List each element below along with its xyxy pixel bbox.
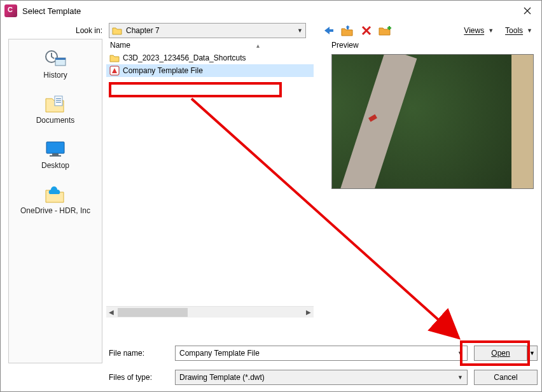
views-label: Views <box>464 26 484 35</box>
list-header[interactable]: Name ▴ <box>106 39 314 52</box>
body: History Documents <box>1 39 541 363</box>
close-icon <box>524 7 531 15</box>
filename-combo[interactable]: Company Template File ▼ <box>175 346 468 361</box>
svg-rect-4 <box>56 98 61 99</box>
onedrive-icon <box>44 184 67 204</box>
scroll-left-icon[interactable]: ◀ <box>106 309 116 316</box>
file-list-pane: Name ▴ C3D_2023_123456_Data_Shortcuts Co… <box>106 39 314 363</box>
place-history-label: History <box>43 71 67 80</box>
desktop-icon <box>44 139 67 159</box>
chevron-down-icon: ▼ <box>457 350 463 356</box>
folder-icon <box>109 53 120 63</box>
svg-rect-9 <box>50 155 61 157</box>
open-button[interactable]: Open <box>474 346 527 361</box>
up-button[interactable] <box>340 24 354 37</box>
folder-new-icon <box>379 25 393 36</box>
item-name: C3D_2023_123456_Data_Shortcuts <box>123 53 246 62</box>
window-title: Select Template <box>22 6 513 16</box>
preview-pane: Preview <box>317 39 534 363</box>
preview-label: Preview <box>331 39 534 52</box>
list-item[interactable]: C3D_2023_123456_Data_Shortcuts <box>106 52 314 64</box>
filetype-label: Files of type: <box>109 373 175 382</box>
file-list[interactable]: C3D_2023_123456_Data_Shortcuts Company T… <box>106 52 314 306</box>
dwt-file-icon <box>109 66 120 76</box>
places-bar: History Documents <box>8 39 102 363</box>
lookin-label: Look in: <box>1 26 109 35</box>
sort-indicator-icon: ▴ <box>202 42 314 49</box>
history-icon <box>44 48 67 69</box>
lookin-value: Chapter 7 <box>126 26 160 35</box>
place-desktop[interactable]: Desktop <box>9 134 102 179</box>
views-menu[interactable]: Views ▼ <box>464 26 494 35</box>
preview-image <box>331 54 534 189</box>
cancel-label: Cancel <box>494 373 517 382</box>
filetype-combo[interactable]: Drawing Template (*.dwt) ▼ <box>175 370 468 385</box>
delete-button[interactable] <box>359 24 373 37</box>
scroll-thumb[interactable] <box>118 308 188 317</box>
col-name[interactable]: Name <box>106 41 202 50</box>
svg-rect-7 <box>46 142 64 153</box>
app-icon <box>4 4 17 17</box>
title-bar: Select Template <box>1 1 541 21</box>
chevron-down-icon: ▼ <box>527 27 532 34</box>
svg-rect-8 <box>52 153 59 155</box>
scroll-right-icon[interactable]: ▶ <box>303 309 314 316</box>
filetype-row: Files of type: Drawing Template (*.dwt) … <box>109 370 538 385</box>
folder-up-icon <box>341 25 354 36</box>
filename-row: File name: Company Template File ▼ Open … <box>109 346 538 361</box>
place-desktop-label: Desktop <box>41 161 69 170</box>
place-documents[interactable]: Documents <box>9 88 102 134</box>
cancel-button[interactable]: Cancel <box>474 370 538 385</box>
svg-rect-6 <box>56 102 61 103</box>
bottom-form: File name: Company Template File ▼ Open … <box>109 346 538 385</box>
documents-icon <box>44 94 67 114</box>
filename-label: File name: <box>109 349 175 358</box>
toolbar: Look in: Chapter 7 ▼ Views <box>1 21 541 39</box>
place-history[interactable]: History <box>9 43 102 88</box>
nav-tools <box>321 24 393 37</box>
lookin-combo[interactable]: Chapter 7 ▼ <box>109 23 306 38</box>
place-documents-label: Documents <box>36 116 75 125</box>
list-item-selected[interactable]: Company Template File <box>106 64 314 77</box>
folder-icon <box>112 26 122 35</box>
new-folder-button[interactable] <box>379 24 393 37</box>
chevron-down-icon: ▼ <box>457 374 463 381</box>
item-name: Company Template File <box>123 66 203 75</box>
tools-label: Tools <box>505 26 523 35</box>
svg-rect-2 <box>55 58 66 60</box>
open-button-group: Open ▼ <box>474 346 538 361</box>
chevron-down-icon: ▼ <box>488 27 494 34</box>
close-button[interactable] <box>513 1 541 21</box>
filename-value: Company Template File <box>179 349 260 358</box>
hscrollbar[interactable]: ◀ ▶ <box>106 306 314 318</box>
open-dropdown[interactable]: ▼ <box>527 346 538 361</box>
chevron-down-icon: ▼ <box>297 27 303 34</box>
menu-bar: Views ▼ Tools ▼ <box>464 26 532 35</box>
arrow-left-icon <box>322 25 335 36</box>
place-onedrive[interactable]: OneDrive - HDR, Inc <box>9 179 102 224</box>
place-onedrive-label: OneDrive - HDR, Inc <box>20 206 90 215</box>
back-button[interactable] <box>321 24 335 37</box>
cancel-button-group: Cancel <box>474 370 538 385</box>
x-red-icon <box>361 25 372 36</box>
open-label: Open <box>491 349 510 358</box>
filetype-value: Drawing Template (*.dwt) <box>179 373 265 382</box>
svg-rect-5 <box>56 100 61 101</box>
tools-menu[interactable]: Tools ▼ <box>505 26 532 35</box>
